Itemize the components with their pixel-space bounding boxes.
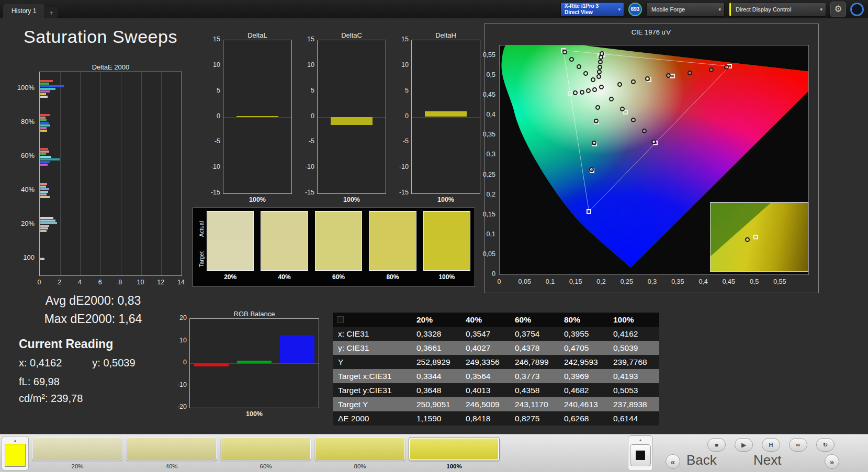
up-arrow-icon: ▲ (639, 438, 642, 442)
deltae-bar (40, 122, 49, 124)
deltal-title: DeltaL (223, 31, 292, 40)
y-tick-label: -10 (399, 163, 409, 170)
main-area: Saturation Sweeps DeltaE 2000 100%80%60%… (0, 18, 868, 434)
deltae-ylabels: 100%80%60%40%20%100 (7, 72, 37, 276)
display-control-dropdown[interactable]: Direct Display Control ▾ (729, 2, 826, 17)
measurement-marker (609, 97, 614, 101)
cie-x-tick-label: 0,5 (750, 278, 759, 285)
back-button[interactable]: Back (686, 452, 717, 468)
actual-target-swatch-cell: 20% (207, 211, 254, 281)
actual-swatch-half (369, 212, 415, 241)
y-tick-label: 0 (405, 112, 409, 120)
tab-history-label: History 1 (12, 7, 36, 15)
next-chevron-button[interactable]: » (825, 454, 839, 469)
table-row: Y252,8929249,3356246,7899242,9593239,776… (333, 355, 659, 369)
expand-window-button[interactable]: ▲ (628, 436, 652, 443)
tab-history-1[interactable]: History 1 (3, 4, 44, 18)
deltae-bar (40, 90, 50, 93)
deltae-bar (40, 164, 48, 166)
actual-target-swatch-cell: 40% (261, 211, 308, 281)
play-button[interactable]: ▶ (735, 438, 753, 452)
deltae-bar (40, 156, 51, 158)
value-cell: 0,3648 (413, 386, 463, 395)
actual-target-swatch (369, 211, 416, 271)
cie-x-tick-label: 0,45 (723, 278, 735, 285)
deltae-xlabels: 02468101214 (39, 279, 182, 286)
chevrons-right-icon: » (830, 457, 834, 466)
actual-target-strip: Actual Target 20%40%60%80%100% (193, 208, 475, 287)
value-cell: 0,4013 (463, 386, 512, 395)
cie-ylabels: 00,050,10,150,20,250,30,350,40,450,50,55 (484, 45, 498, 275)
patch-swatch (127, 438, 217, 461)
stop-icon: ■ (715, 442, 718, 448)
current-cdm2-value: cd/m²: 239,78 (19, 393, 83, 405)
deltae-gridline (141, 72, 142, 275)
patch-window-button[interactable] (630, 444, 651, 466)
source-dropdown[interactable]: Mobile Forge ▾ (646, 2, 725, 17)
cie-y-tick-label: 0 (492, 270, 495, 278)
value-cell: 0,3969 (561, 372, 610, 381)
deltae-bar (40, 230, 47, 232)
target-marker (568, 91, 572, 96)
deltah-plot (411, 40, 480, 194)
deltae-gridline (80, 72, 81, 275)
deltae-bar (40, 225, 49, 227)
target-swatch-half (424, 241, 470, 270)
deltae-bar (40, 183, 47, 185)
continuous-button[interactable]: ∞ (789, 438, 807, 452)
value-cell: 0,4358 (512, 386, 561, 395)
header-cell: 60% (512, 315, 561, 325)
expand-patch-button[interactable]: ▲ (2, 436, 28, 444)
actual-target-swatch-cell: 80% (369, 211, 416, 281)
rgb-xlabel: 100% (189, 410, 319, 418)
table-row: ΔE 20001,15900,84180,82750,62680,6144 (333, 411, 659, 425)
patch-button[interactable]: 40% (127, 438, 217, 469)
measurement-marker (580, 90, 584, 95)
gear-icon: ⚙ (834, 4, 842, 15)
table-handle-icon (337, 316, 344, 323)
deltae-y-tick-label: 80% (21, 118, 35, 125)
patch-buttons: 20%40%60%80%100% (32, 438, 499, 469)
patch-button[interactable]: 80% (315, 438, 405, 469)
pattern-button[interactable]: H (762, 438, 780, 452)
patch-window-widget: ▲ (628, 435, 653, 471)
value-cell: 250,9051 (413, 400, 463, 409)
patch-button[interactable]: 20% (32, 438, 122, 469)
stop-button[interactable]: ■ (707, 438, 726, 452)
measurement-marker (586, 88, 591, 93)
cie-x-tick-label: 0,15 (569, 278, 582, 285)
refresh-button[interactable]: ↻ (816, 438, 835, 452)
deltal-xlabel: 100% (223, 196, 292, 203)
deltal-ylabels: 151050-5-10-15 (204, 40, 223, 194)
settings-button[interactable]: ⚙ (830, 2, 846, 17)
patch-button[interactable]: 60% (221, 438, 311, 469)
cie-title: CIE 1976 u'v' (484, 28, 818, 36)
chevron-down-icon: ▾ (817, 7, 826, 12)
back-chevron-button[interactable]: « (666, 454, 680, 469)
target-swatch-half (207, 241, 253, 270)
cie-zoom-inset (710, 202, 808, 272)
status-circle-icon[interactable] (850, 3, 864, 16)
max-de2000-stat: Max dE2000: 1,64 (26, 312, 160, 326)
actual-swatch-half (424, 212, 470, 241)
actual-target-swatch-cell: 60% (315, 211, 362, 281)
value-cell: 0,3661 (413, 343, 463, 353)
deltae-y-tick-label: 100% (17, 84, 35, 91)
deltae-bar (40, 85, 64, 87)
deltae-bar (40, 227, 48, 229)
add-tab-button[interactable]: + (45, 7, 58, 18)
value-cell: 0,8275 (512, 414, 561, 423)
top-bar-controls: X-Rite i1Pro 3 Direct View ▾ 693 Mobile … (560, 0, 864, 18)
patch-button[interactable]: 100% (409, 438, 499, 469)
value-cell: 0,3328 (413, 329, 463, 339)
measurement-marker (709, 67, 714, 72)
cie-y-tick-label: 0,4 (487, 111, 495, 118)
y-tick-label: 10 (213, 61, 220, 68)
meter-dropdown[interactable]: X-Rite i1Pro 3 Direct View ▾ (560, 2, 624, 17)
actual-target-swatch (207, 211, 254, 271)
next-button[interactable]: Next (753, 452, 781, 468)
measurement-marker (687, 71, 692, 75)
y-tick-label: 0 (311, 112, 314, 120)
cie-x-tick-label: 0,4 (698, 278, 707, 285)
value-bar (425, 111, 467, 117)
